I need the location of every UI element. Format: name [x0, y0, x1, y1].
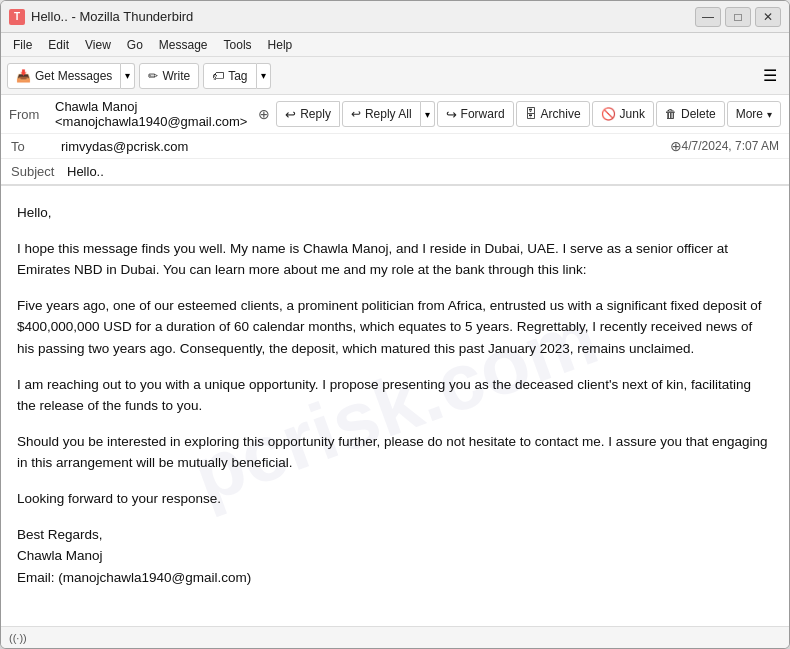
- subject-label: Subject: [11, 164, 61, 179]
- from-label: From: [9, 107, 49, 122]
- junk-icon: 🚫: [601, 107, 616, 121]
- window-controls: — □ ✕: [695, 7, 781, 27]
- reply-label: Reply: [300, 107, 331, 121]
- titlebar-left: T Hello.. - Mozilla Thunderbird: [9, 9, 193, 25]
- email-action-bar: ↩ Reply ↩ Reply All ▾ ↪ Forward 🗄: [276, 101, 781, 127]
- menu-go[interactable]: Go: [119, 36, 151, 54]
- menu-help[interactable]: Help: [260, 36, 301, 54]
- get-messages-dropdown[interactable]: ▾: [121, 63, 135, 89]
- more-group: More ▾: [727, 101, 781, 127]
- write-button[interactable]: ✏ Write: [139, 63, 199, 89]
- get-messages-button[interactable]: 📥 Get Messages: [7, 63, 121, 89]
- get-messages-label: Get Messages: [35, 69, 112, 83]
- email-header: From Chawla Manoj <manojchawla1940@gmail…: [1, 95, 789, 186]
- contact-add-icon[interactable]: ⊕: [258, 106, 270, 122]
- tag-dropdown[interactable]: ▾: [257, 63, 271, 89]
- menu-tools[interactable]: Tools: [216, 36, 260, 54]
- write-label: Write: [162, 69, 190, 83]
- menu-file[interactable]: File: [5, 36, 40, 54]
- tag-button[interactable]: 🏷 Tag: [203, 63, 256, 89]
- statusbar: ((·)): [1, 626, 789, 648]
- archive-button[interactable]: 🗄 Archive: [516, 101, 590, 127]
- junk-button[interactable]: 🚫 Junk: [592, 101, 654, 127]
- reply-all-label: Reply All: [365, 107, 412, 121]
- main-window: T Hello.. - Mozilla Thunderbird — □ ✕ Fi…: [0, 0, 790, 649]
- email-date: 4/7/2024, 7:07 AM: [682, 139, 779, 153]
- more-label: More: [736, 107, 763, 121]
- reply-all-icon: ↩: [351, 107, 361, 121]
- get-messages-icon: 📥: [16, 69, 31, 83]
- reply-all-dropdown[interactable]: ▾: [421, 101, 435, 127]
- subject-row: Subject Hello..: [1, 159, 789, 185]
- more-dropdown-icon: ▾: [767, 109, 772, 120]
- body-paragraph4: Should you be interested in exploring th…: [17, 431, 773, 474]
- window-title: Hello.. - Mozilla Thunderbird: [31, 9, 193, 24]
- tag-label: Tag: [228, 69, 247, 83]
- menu-message[interactable]: Message: [151, 36, 216, 54]
- forward-icon: ↪: [446, 107, 457, 122]
- to-contact-icon[interactable]: ⊕: [670, 138, 682, 154]
- from-value: Chawla Manoj <manojchawla1940@gmail.com>: [55, 99, 252, 129]
- reply-group: ↩ Reply: [276, 101, 340, 127]
- email-body: pcrisk.com Hello, I hope this message fi…: [1, 186, 789, 626]
- junk-label: Junk: [620, 107, 645, 121]
- to-label: To: [11, 139, 61, 154]
- close-button[interactable]: ✕: [755, 7, 781, 27]
- reply-all-group: ↩ Reply All ▾: [342, 101, 435, 127]
- titlebar: T Hello.. - Mozilla Thunderbird — □ ✕: [1, 1, 789, 33]
- reply-button[interactable]: ↩ Reply: [276, 101, 340, 127]
- body-paragraph2: Five years ago, one of our esteemed clie…: [17, 295, 773, 360]
- menubar: File Edit View Go Message Tools Help: [1, 33, 789, 57]
- to-row: To rimvydas@pcrisk.com ⊕ 4/7/2024, 7:07 …: [1, 134, 789, 159]
- tag-icon: 🏷: [212, 69, 224, 83]
- menu-edit[interactable]: Edit: [40, 36, 77, 54]
- tag-group: 🏷 Tag ▾: [203, 63, 270, 89]
- body-closing: Best Regards, Chawla Manoj Email: (manoj…: [17, 524, 773, 589]
- main-toolbar: 📥 Get Messages ▾ ✏ Write 🏷 Tag ▾ ☰: [1, 57, 789, 95]
- forward-label: Forward: [461, 107, 505, 121]
- status-signal-icon: ((·)): [9, 632, 27, 644]
- reply-icon: ↩: [285, 107, 296, 122]
- get-messages-group: 📥 Get Messages ▾: [7, 63, 135, 89]
- forward-button[interactable]: ↪ Forward: [437, 101, 514, 127]
- maximize-button[interactable]: □: [725, 7, 751, 27]
- archive-label: Archive: [541, 107, 581, 121]
- delete-label: Delete: [681, 107, 716, 121]
- app-icon: T: [9, 9, 25, 25]
- body-paragraph1: I hope this message finds you well. My n…: [17, 238, 773, 281]
- body-content: Hello, I hope this message finds you wel…: [17, 202, 773, 588]
- hamburger-icon[interactable]: ☰: [757, 62, 783, 89]
- body-paragraph5: Looking forward to your response.: [17, 488, 773, 510]
- body-greeting: Hello,: [17, 202, 773, 224]
- to-value: rimvydas@pcrisk.com: [61, 139, 666, 154]
- reply-all-button[interactable]: ↩ Reply All: [342, 101, 421, 127]
- subject-value: Hello..: [67, 164, 104, 179]
- delete-icon: 🗑: [665, 107, 677, 121]
- body-paragraph3: I am reaching out to you with a unique o…: [17, 374, 773, 417]
- delete-button[interactable]: 🗑 Delete: [656, 101, 725, 127]
- minimize-button[interactable]: —: [695, 7, 721, 27]
- menu-view[interactable]: View: [77, 36, 119, 54]
- archive-icon: 🗄: [525, 107, 537, 121]
- more-button[interactable]: More ▾: [727, 101, 781, 127]
- write-icon: ✏: [148, 69, 158, 83]
